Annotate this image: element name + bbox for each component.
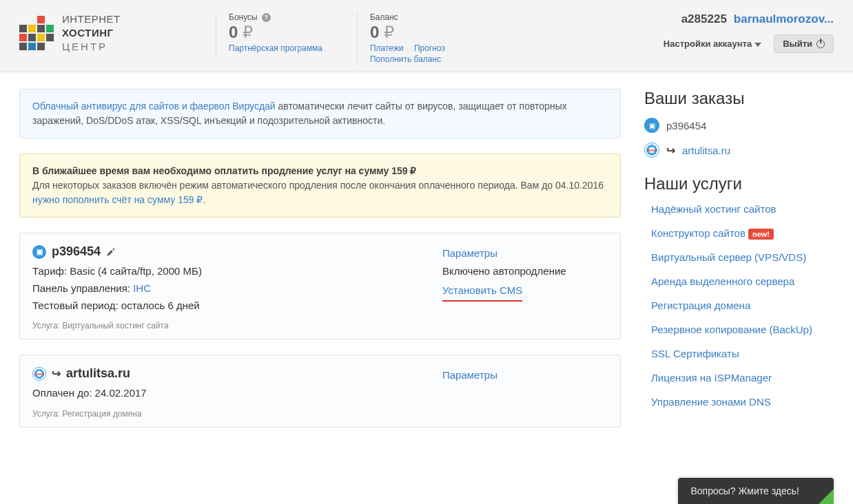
redirect-icon: ↪ (52, 367, 61, 380)
service-link[interactable]: Регистрация домена (651, 300, 834, 311)
user-name-link[interactable]: barnaulmorozov... (734, 12, 834, 26)
bonus-stat: Бонусы ? 0 ₽ Партнёрская программа (216, 12, 357, 58)
user-block: a285225 barnaulmorozov... Настройки акка… (664, 12, 834, 53)
warning-headline: В ближайшее время вам необходимо оплатит… (32, 165, 416, 176)
service-link[interactable]: Виртуальный сервер (VPS/VDS) (651, 251, 834, 263)
bonus-label: Бонусы (229, 12, 258, 22)
logout-button[interactable]: Выйти (774, 34, 834, 53)
antivirus-info-box: Облачный антивирус для сайтов и фаервол … (19, 89, 621, 138)
logo-text-2: ХОСТИНГ (62, 26, 121, 40)
top-bar: ИНТЕРНЕТ ХОСТИНГ ЦЕНТР Бонусы ? 0 ₽ Парт… (0, 0, 853, 72)
service-link[interactable]: Управление зонами DNS (651, 396, 834, 408)
new-badge: new! (748, 229, 774, 240)
service-link[interactable]: Надёжный хостинг сайтов (651, 203, 834, 215)
balance-stat: Баланс 0 ₽ Платежи Прогноз Пополнить бал… (357, 12, 480, 65)
logo[interactable]: ИНТЕРНЕТ ХОСТИНГ ЦЕНТР (19, 12, 216, 53)
account-settings-dropdown[interactable]: Настройки аккаунта (664, 39, 761, 49)
params-link[interactable]: Параметры (442, 247, 497, 259)
service-link[interactable]: SSL Сертификаты (651, 348, 834, 359)
domain-icon (32, 367, 46, 381)
sidebar: Ваши заказы ▣ p396454 ↪ artulitsa.ru Наш… (644, 89, 834, 408)
service-link[interactable]: Конструктор сайтов (651, 227, 746, 239)
order-title: p396454 (52, 244, 101, 259)
antivirus-link[interactable]: Облачный антивирус для сайтов и фаервол … (32, 101, 276, 112)
payment-warning-box: В ближайшее время вам необходимо оплатит… (19, 154, 621, 218)
chevron-down-icon (754, 43, 761, 47)
service-link[interactable]: Лицензия на ISPManager (651, 372, 834, 384)
panel-link[interactable]: IHC (133, 282, 151, 294)
edit-icon[interactable] (106, 247, 116, 257)
domain-icon (644, 143, 659, 158)
topup-link[interactable]: Пополнить баланс (370, 54, 441, 64)
install-cms-link[interactable]: Установить CMS (442, 284, 522, 296)
balance-value: 0 ₽ (370, 23, 453, 42)
forecast-link[interactable]: Прогноз (414, 43, 445, 53)
logo-text-1: ИНТЕРНЕТ (62, 12, 121, 26)
order-title: artulitsa.ru (66, 366, 130, 381)
service-link[interactable]: Резервное копирование (BackUp) (651, 324, 834, 335)
service-link[interactable]: Аренда выделенного сервера (651, 275, 834, 287)
balance-label: Баланс (370, 12, 398, 22)
power-icon (816, 40, 825, 48)
user-id: a285225 (681, 12, 727, 26)
autorenew-text: Включено автопродление (442, 262, 608, 280)
sidebar-order-item[interactable]: ▣ p396454 (644, 118, 834, 133)
logo-icon (19, 16, 54, 50)
sidebar-order-item[interactable]: ↪ artulitsa.ru (644, 143, 834, 158)
redirect-icon: ↪ (666, 144, 675, 157)
hosting-icon: ▣ (32, 245, 46, 259)
services-heading: Наши услуги (644, 174, 834, 193)
order-card-hosting: ▣ p396454 Тариф: Basic (4 сайта/ftp, 200… (19, 233, 621, 339)
logo-text-3: ЦЕНТР (62, 40, 121, 54)
bonus-value: 0 ₽ (229, 23, 331, 42)
payments-link[interactable]: Платежи (370, 43, 404, 53)
help-icon[interactable]: ? (262, 13, 271, 22)
order-card-domain: ↪ artulitsa.ru Оплачен до: 24.02.2017 Ус… (19, 355, 621, 428)
services-list: Надёжный хостинг сайтов Конструктор сайт… (644, 203, 834, 408)
orders-heading: Ваши заказы (644, 89, 834, 108)
params-link[interactable]: Параметры (442, 369, 497, 381)
topup-warning-link[interactable]: нужно пополнить счёт на сумму 159 ₽ (32, 194, 203, 205)
partner-link[interactable]: Партнёрская программа (229, 43, 322, 53)
hosting-icon: ▣ (644, 118, 659, 133)
